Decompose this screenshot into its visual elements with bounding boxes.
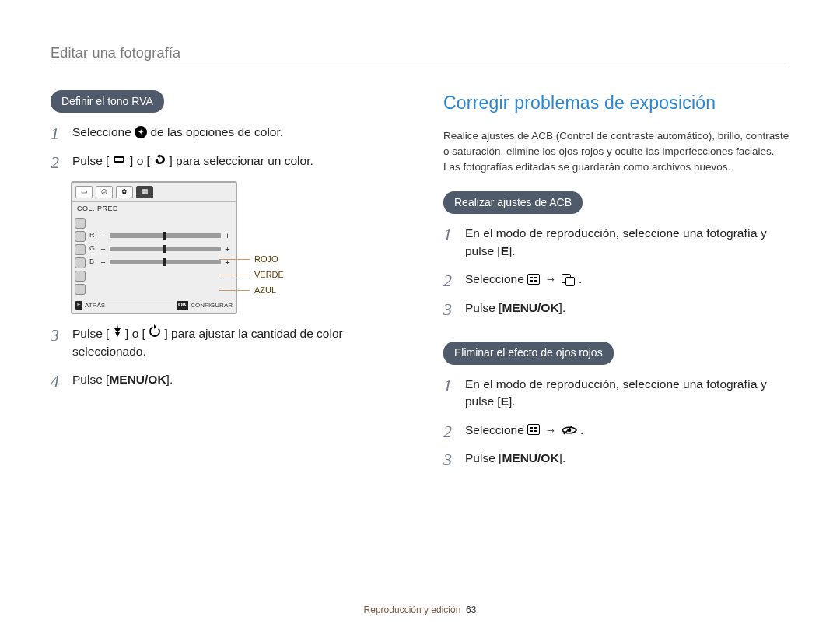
text: Pulse [ [72, 373, 109, 386]
arrow-icon: → [543, 272, 561, 285]
redeye-step-3: Pulse [MENU/OK]. [443, 450, 789, 467]
swatch-icon [75, 284, 86, 295]
minus-icon: − [100, 233, 107, 239]
lcd-back-label: ATRÁS [85, 301, 105, 310]
lcd-ok: OK CONFIGURAR [177, 301, 233, 310]
text: ] o [ [125, 327, 145, 340]
left-step-1: Seleccione ✦ de las opciones de color. [51, 124, 397, 141]
left-step-3: Pulse [ ] o [ ] para ajustar la cantidad… [51, 325, 397, 361]
menu-ok-key: MENU/OK [502, 301, 558, 314]
text: Pulse [ [72, 327, 109, 340]
acb-step-2: Seleccione → . [443, 271, 789, 288]
footer-section-label: Reproducción y edición [364, 604, 461, 615]
text: de las opciones de color. [150, 125, 283, 138]
callout-red: ROJO [219, 254, 278, 266]
swatch-icon [75, 231, 86, 242]
arrow-icon: → [543, 423, 561, 436]
adjust-menu-icon [527, 424, 540, 435]
lcd-ok-label: CONFIGURAR [191, 301, 233, 310]
acb-step-1: En el modo de reproducción, seleccione u… [443, 225, 789, 260]
redeye-step-1: En el modo de reproducción, seleccione u… [443, 376, 789, 411]
lcd-swatch-column [72, 216, 88, 299]
pill-define-rgb: Definir el tono RVA [51, 90, 164, 113]
text: Seleccione [465, 272, 527, 285]
pill-redeye: Eliminar el efecto de ojos rojos [443, 342, 614, 364]
callout-blue: AZUL [219, 285, 276, 297]
text: ] o [ [130, 154, 150, 167]
lcd-back: E ATRÁS [75, 301, 105, 310]
lcd-tabs: ▭ ◎ ✿ ▦ [72, 183, 236, 202]
slider-r-label: R [89, 230, 96, 240]
swatch-icon [75, 244, 86, 255]
lcd-ok-key: OK [177, 301, 188, 310]
lcd-illustration: ▭ ◎ ✿ ▦ COL. PRED [71, 181, 312, 314]
left-step-2: Pulse [ ] o [ ] para seleccionar un colo… [51, 152, 397, 170]
text: . [579, 272, 582, 285]
slider-b-row: B − + [89, 257, 231, 267]
lcd-tab-color-icon: ✿ [116, 186, 133, 198]
section-title-exposure: Corregir problemas de exposición [443, 90, 789, 116]
adjust-menu-icon [527, 274, 540, 285]
text: . [580, 423, 583, 436]
lcd-preset-label: COL. PRED [72, 202, 236, 216]
left-column: Definir el tono RVA Seleccione ✦ de las … [51, 90, 397, 478]
slider-r [110, 233, 221, 238]
lcd-tab-rotate-icon: ◎ [96, 186, 113, 198]
text: ] para seleccionar un color. [170, 154, 313, 167]
swatch-icon [75, 271, 86, 282]
menu-ok-key: MENU/OK [109, 373, 166, 386]
redeye-fix-icon [562, 425, 577, 434]
lcd-tab-resize-icon: ▭ [75, 186, 93, 198]
text: ]. [559, 451, 566, 464]
svg-rect-1 [115, 158, 123, 161]
key-e: E [501, 244, 509, 257]
callout-red-label: ROJO [254, 254, 278, 266]
lcd-tab-adjust-icon: ▦ [136, 186, 153, 198]
color-custom-icon: ✦ [135, 126, 147, 138]
redeye-step-2: Seleccione → . [443, 422, 789, 439]
slider-b [110, 260, 221, 264]
acb-step-3: Pulse [MENU/OK]. [443, 299, 789, 317]
section-intro: Realice ajustes de ACB (Control de contr… [443, 128, 789, 174]
text: Pulse [ [465, 301, 502, 314]
key-e: E [501, 394, 509, 408]
slider-g-row: G − + [89, 243, 231, 254]
acb-icon [562, 274, 576, 285]
callout-green: VERDE [219, 269, 284, 282]
callout-green-label: VERDE [254, 269, 284, 282]
text: Pulse [ [72, 154, 109, 167]
lcd-bottom-bar: E ATRÁS OK CONFIGURAR [72, 299, 236, 313]
dpad-right-icon [153, 152, 166, 170]
menu-ok-key: MENU/OK [502, 451, 558, 464]
text: ]. [559, 301, 566, 314]
left-step-4: Pulse [MENU/OK]. [51, 371, 397, 388]
slider-r-row: R − + [89, 230, 231, 240]
slider-b-label: B [89, 257, 96, 267]
lcd-sliders: R − + G − + [88, 216, 236, 299]
plus-icon: + [224, 233, 231, 239]
slider-g-label: G [89, 243, 96, 254]
text: Seleccione [72, 125, 135, 138]
dpad-left-icon [113, 152, 127, 170]
plus-icon: + [224, 246, 231, 252]
footer-page-number: 63 [466, 604, 476, 615]
pill-acb: Realizar ajustes de ACB [443, 191, 583, 214]
minus-icon: − [100, 259, 107, 265]
dpad-down-icon [113, 324, 122, 342]
dpad-up-icon [149, 324, 161, 342]
text: Pulse [ [465, 451, 502, 464]
text: Seleccione [465, 423, 527, 436]
slider-g [110, 247, 221, 251]
lcd-screen: ▭ ◎ ✿ ▦ COL. PRED [71, 181, 237, 314]
page-header: Editar una fotografía [51, 43, 789, 68]
text: ]. [509, 244, 516, 257]
page-footer: Reproducción y edición 63 [0, 604, 840, 617]
swatch-icon [75, 218, 86, 229]
callout-blue-label: AZUL [254, 285, 276, 297]
minus-icon: − [100, 246, 107, 252]
right-column: Corregir problemas de exposición Realice… [443, 90, 789, 478]
text: ]. [166, 373, 173, 386]
swatch-icon [75, 257, 86, 268]
text: ]. [509, 394, 516, 408]
lcd-back-key: E [75, 301, 82, 310]
